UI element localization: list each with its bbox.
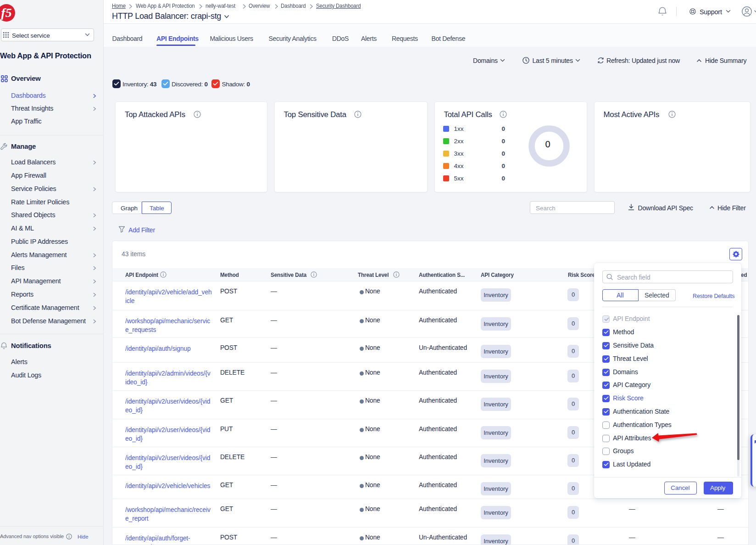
svg-text:f5: f5 bbox=[1, 5, 11, 19]
